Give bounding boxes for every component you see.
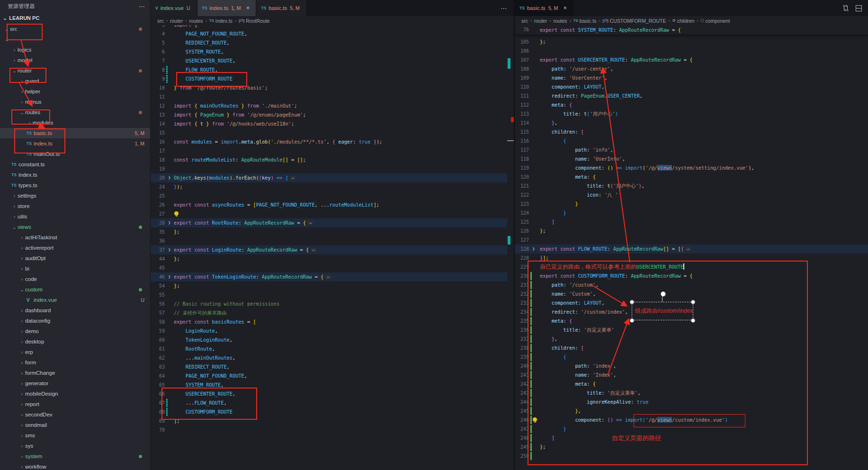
code-line-59[interactable]: 59 LoginRoute, <box>151 326 507 335</box>
code-line-116[interactable]: 116 { <box>515 136 868 145</box>
tree-item-demo[interactable]: ›demo <box>0 326 150 336</box>
code-line-241[interactable]: 241 name: 'Index', <box>515 371 868 380</box>
code-line-57[interactable]: 57// 未经许可的基本路由 <box>151 308 507 317</box>
tree-item-report[interactable]: ›report <box>0 399 150 409</box>
breadcrumb-item-index.ts[interactable]: TSindex.ts <box>209 18 233 24</box>
code-line-54[interactable]: 54}; <box>151 281 507 290</box>
code-line-28[interactable]: 28❯export const RootRoute: AppRouteRecor… <box>151 218 507 227</box>
code-line-56[interactable]: 56// Basic routing without permissions <box>151 299 507 308</box>
code-line-35[interactable]: 35}; <box>151 227 507 236</box>
code-line-121[interactable]: 121 title: t('用户中心'), <box>515 181 868 190</box>
tree-item-index.ts[interactable]: TSindex.ts <box>0 170 150 180</box>
tree-item-logics[interactable]: ›logics <box>0 45 150 55</box>
code-line-66[interactable]: 66 USERCENTER_ROUTE, <box>151 389 507 398</box>
code-line-126[interactable]: 126}; <box>515 226 868 235</box>
breadcrumb-item-src[interactable]: src <box>157 18 164 24</box>
tree-item-mobileDesign[interactable]: ›mobileDesign <box>0 389 150 399</box>
tree-item-views[interactable]: ⌄views <box>0 222 150 232</box>
code-line-236[interactable]: 236 title: '自定义菜单' <box>515 325 868 334</box>
code-line-229[interactable]: 229自己定义的路由，格式可以参考上面的USERCENTER_ROUTE <box>515 262 868 271</box>
code-line-230[interactable]: 230export const CUSTOMFORM_ROUTE: AppRou… <box>515 271 868 280</box>
code-line-64[interactable]: 64 PAGE_NOT_FOUND_ROUTE, <box>151 371 507 380</box>
tree-item-form[interactable]: ›form <box>0 357 150 368</box>
fold-chevron-icon[interactable]: ❯ <box>532 244 535 253</box>
code-line-248[interactable]: 248 ] <box>515 434 868 443</box>
code-line-117[interactable]: 117 path: 'info', <box>515 145 868 154</box>
code-line-243[interactable]: 243 title: '自定义菜单', <box>515 389 868 398</box>
code-line-238[interactable]: 238 children: [ <box>515 343 868 352</box>
breadcrumb-item-CUSTOMFORM_ROUTE[interactable]: [∅]CUSTOMFORM_ROUTE <box>602 18 666 24</box>
code-line-62[interactable]: 62 ...mainOutRoutes, <box>151 353 507 362</box>
tree-item-erp[interactable]: ›erp <box>0 347 150 357</box>
code-line-240[interactable]: 240 path: 'index', <box>515 362 868 371</box>
tree-item-code[interactable]: ›code <box>0 274 150 284</box>
tree-item-index.ts[interactable]: TSindex.ts1, M <box>0 138 150 149</box>
code-line-239[interactable]: 239 { <box>515 352 868 362</box>
code-line-17[interactable]: 17 <box>151 146 507 155</box>
code-line-125[interactable]: 125 ] <box>515 217 868 226</box>
code-line-69[interactable]: 69]; <box>151 416 507 425</box>
code-line-14[interactable]: 14import { t } from '/@/hooks/web/useI18… <box>151 119 507 128</box>
code-line-20[interactable]: 20❯Object.keys(modules).forEach((key) =>… <box>151 173 507 182</box>
code-line-10[interactable]: 10} from '/@/router/routes/basic'; <box>151 83 507 92</box>
code-line-19[interactable]: 19 <box>151 164 507 173</box>
selection-handle-tr[interactable] <box>691 300 695 304</box>
tree-item-formChange[interactable]: ›formChange <box>0 368 150 378</box>
breadcrumb-item-router[interactable]: router <box>170 18 183 24</box>
code-line-63[interactable]: 63 REDIRECT_ROUTE, <box>151 362 507 371</box>
code-line-18[interactable]: 18const routeModuleList: AppRouteModule[… <box>151 155 507 164</box>
code-line-6[interactable]: 6 SYSTEM_ROUTE, <box>151 47 507 56</box>
code-line-46[interactable]: 46❯export const TokenLoginRoute: AppRout… <box>151 272 507 281</box>
close-icon[interactable]: × <box>244 5 251 11</box>
code-line-8[interactable]: 8 FLOW_ROUTE, <box>151 65 507 74</box>
code-line-112[interactable]: 112 meta: { <box>515 100 868 109</box>
code-line-247[interactable]: 247 } <box>515 425 868 434</box>
tab-basic.ts[interactable]: TSbasic.ts5, M <box>256 0 306 16</box>
tree-item-sys[interactable]: ›sys <box>0 441 150 451</box>
tree-item-secondDev[interactable]: ›secondDev <box>0 409 150 420</box>
code-line-15[interactable]: 15 <box>151 128 507 137</box>
code-line-13[interactable]: 13import { PageEnum } from '/@/enums/pag… <box>151 110 507 119</box>
code-line-11[interactable]: 11 <box>151 92 507 101</box>
tree-item-custom[interactable]: ⌄custom <box>0 284 150 295</box>
tab-bar-more-actions-icon[interactable]: ⋯ <box>494 5 514 12</box>
code-line-228[interactable]: 228}]; <box>515 253 868 262</box>
breadcrumb-item-src[interactable]: src <box>521 18 528 24</box>
tree-item-modules[interactable]: ›modules <box>0 118 150 128</box>
code-line-127[interactable]: 127 <box>515 235 868 244</box>
tree-item-bi[interactable]: ›bi <box>0 263 150 274</box>
breadcrumb-item-component[interactable]: ⬡component <box>700 18 730 24</box>
code-line-246[interactable]: 246 component: () => import('/@/views/cu… <box>515 416 868 425</box>
fold-chevron-icon[interactable]: ❯ <box>168 218 170 227</box>
tab-index.ts[interactable]: TSindex.ts1, M× <box>197 0 257 16</box>
code-line-5[interactable]: 5 REDIRECT_ROUTE, <box>151 38 507 47</box>
code-line-120[interactable]: 120 meta: { <box>515 172 868 181</box>
code-line-60[interactable]: 60 TokenLoginRoute, <box>151 335 507 344</box>
code-line-231[interactable]: 231 path: '/custom', <box>515 280 868 289</box>
code-line-113[interactable]: 113 title: t('用户中心') <box>515 109 868 118</box>
tree-item-helper[interactable]: ›helper <box>0 86 150 97</box>
code-line-108[interactable]: 108 path: '/user-center', <box>515 64 868 73</box>
explorer-more-actions-icon[interactable]: ⋯ <box>139 3 145 10</box>
fold-chevron-icon[interactable]: ❯ <box>168 272 170 281</box>
code-line-12[interactable]: 12import { mainOutRoutes } from './mainO… <box>151 101 507 110</box>
code-line-37[interactable]: 37❯export const LoginRoute: AppRouteReco… <box>151 245 507 254</box>
selection-handle-br[interactable] <box>691 318 695 323</box>
tree-item-model[interactable]: ›model <box>0 55 150 65</box>
tree-item-actHiTaskinst[interactable]: ›actHiTaskinst <box>0 232 150 243</box>
code-line-55[interactable]: 55 <box>151 290 507 299</box>
code-line-123[interactable]: 123 } <box>515 199 868 208</box>
code-line-9[interactable]: 9 CUSTOMFORM_ROUTE <box>151 74 507 83</box>
tree-item-basic.ts[interactable]: TSbasic.ts5, M <box>0 128 150 138</box>
code-line-4[interactable]: 4 PAGE_NOT_FOUND_ROUTE, <box>151 29 507 38</box>
tree-item-workflow[interactable]: ›workflow <box>0 461 150 470</box>
annotation-textbox[interactable]: 组成路由/custom/index <box>632 302 693 320</box>
tree-item-dashboard[interactable]: ›dashboard <box>0 305 150 316</box>
code-line-70[interactable]: 70 <box>151 425 507 434</box>
tree-item-auditOpt[interactable]: ›auditOpt <box>0 253 150 263</box>
code-line-65[interactable]: 65 SYSTEM_ROUTE, <box>151 380 507 389</box>
tree-item-dataconfig[interactable]: ›dataconfig <box>0 316 150 326</box>
code-line-245[interactable]: 245 }, <box>515 407 868 416</box>
lightbulb-icon[interactable] <box>174 211 179 216</box>
code-line-118[interactable]: 118 name: 'UserInfo', <box>515 154 868 163</box>
